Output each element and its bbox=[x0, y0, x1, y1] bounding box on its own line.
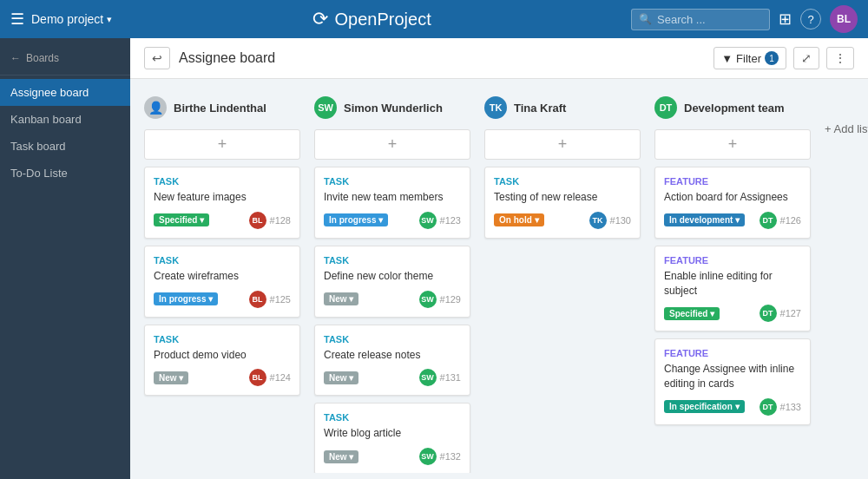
card-title: Write blog article bbox=[324, 426, 461, 441]
card-devteam-2[interactable]: FEATUREChange Assignee with inline editi… bbox=[654, 338, 811, 425]
card-avatar: DT bbox=[760, 305, 777, 322]
status-badge[interactable]: New ▾ bbox=[324, 450, 358, 463]
status-badge[interactable]: In specification ▾ bbox=[664, 400, 745, 413]
card-title: Product demo video bbox=[154, 348, 291, 363]
logo-icon: ⟳ bbox=[312, 8, 328, 30]
column-avatar-devteam: DT bbox=[654, 96, 677, 119]
sidebar-item-todo-list[interactable]: To-Do Liste bbox=[0, 160, 130, 187]
card-footer: New ▾BL#124 bbox=[154, 369, 291, 386]
card-type-label: TASK bbox=[324, 412, 461, 423]
card-meta: SW#123 bbox=[419, 212, 461, 229]
card-avatar: SW bbox=[419, 212, 437, 229]
status-badge[interactable]: New ▾ bbox=[154, 371, 188, 384]
search-icon: 🔍 bbox=[639, 13, 652, 25]
card-title: New feature images bbox=[154, 190, 291, 205]
card-birthe-1[interactable]: TASKCreate wireframesIn progress ▾BL#125 bbox=[144, 246, 300, 318]
card-title: Create release notes bbox=[324, 348, 461, 363]
project-name[interactable]: Demo project ▾ bbox=[31, 12, 112, 26]
add-list-button[interactable]: + Add list bbox=[825, 119, 868, 139]
status-badge[interactable]: In progress ▾ bbox=[154, 292, 218, 305]
card-avatar: SW bbox=[419, 291, 437, 308]
card-simon-2[interactable]: TASKCreate release notesNew ▾SW#131 bbox=[314, 325, 470, 397]
status-badge[interactable]: In progress ▾ bbox=[324, 213, 388, 226]
more-options-button[interactable]: ⋮ bbox=[826, 47, 854, 69]
card-meta: SW#129 bbox=[419, 291, 461, 308]
card-type-label: FEATURE bbox=[664, 176, 801, 187]
card-footer: Specified ▾DT#127 bbox=[664, 305, 801, 322]
card-devteam-1[interactable]: FEATUREEnable inline editing for subject… bbox=[654, 246, 811, 332]
card-meta: DT#126 bbox=[760, 212, 801, 229]
card-simon-3[interactable]: TASKWrite blog articleNew ▾SW#132 bbox=[314, 403, 470, 473]
column-header-tina: TKTina Kraft bbox=[484, 93, 641, 122]
card-simon-1[interactable]: TASKDefine new color themeNew ▾SW#129 bbox=[314, 246, 470, 318]
card-title: Define new color theme bbox=[324, 269, 461, 284]
card-birthe-2[interactable]: TASKProduct demo videoNew ▾BL#124 bbox=[144, 325, 300, 397]
search-box[interactable]: 🔍 bbox=[631, 9, 770, 30]
column-title-tina: Tina Kraft bbox=[514, 102, 566, 115]
sidebar-back-button[interactable]: ← Boards bbox=[0, 45, 130, 71]
column-tina: TKTina Kraft+TASKTesting of new releaseO… bbox=[484, 93, 641, 459]
sidebar-item-assignee-board[interactable]: Assignee board bbox=[0, 79, 130, 106]
card-number: #130 bbox=[610, 215, 631, 226]
add-card-button-tina[interactable]: + bbox=[484, 129, 641, 160]
card-type-label: TASK bbox=[154, 255, 291, 266]
status-badge[interactable]: Specified ▾ bbox=[664, 307, 720, 320]
status-badge[interactable]: New ▾ bbox=[324, 371, 358, 384]
column-simon: SWSimon Wunderlich+TASKInvite new team m… bbox=[314, 93, 470, 459]
card-number: #133 bbox=[780, 402, 801, 412]
status-badge[interactable]: New ▾ bbox=[324, 292, 358, 305]
sidebar-item-label: Assignee board bbox=[10, 86, 89, 99]
add-card-button-devteam[interactable]: + bbox=[654, 129, 811, 160]
card-tina-0[interactable]: TASKTesting of new releaseOn hold ▾TK#13… bbox=[484, 167, 641, 239]
status-badge[interactable]: In development ▾ bbox=[664, 213, 745, 226]
card-avatar: DT bbox=[760, 398, 777, 416]
add-card-button-birthe[interactable]: + bbox=[144, 129, 300, 160]
hamburger-menu-icon[interactable]: ☰ bbox=[10, 10, 24, 29]
card-avatar: BL bbox=[249, 212, 266, 229]
card-footer: Specified ▾BL#128 bbox=[154, 212, 291, 229]
user-avatar[interactable]: BL bbox=[830, 5, 858, 33]
card-type-label: TASK bbox=[154, 176, 291, 187]
board-content: 👤Birthe Lindenthal+TASKNew feature image… bbox=[130, 79, 868, 473]
card-birthe-0[interactable]: TASKNew feature imagesSpecified ▾BL#128 bbox=[144, 167, 300, 239]
card-meta: BL#125 bbox=[249, 291, 291, 308]
card-meta: SW#131 bbox=[419, 369, 461, 386]
card-number: #126 bbox=[780, 215, 801, 226]
sidebar-item-kanban-board[interactable]: Kanban board bbox=[0, 106, 130, 133]
card-number: #124 bbox=[270, 372, 291, 383]
help-icon[interactable]: ? bbox=[800, 9, 821, 30]
add-card-button-simon[interactable]: + bbox=[314, 129, 470, 160]
filter-button[interactable]: ▼ Filter 1 bbox=[713, 47, 786, 69]
card-avatar: BL bbox=[249, 369, 266, 386]
board-back-button[interactable]: ↩ bbox=[144, 47, 170, 69]
column-header-devteam: DTDevelopment team bbox=[654, 93, 811, 122]
card-meta: DT#127 bbox=[760, 305, 801, 322]
column-title-devteam: Development team bbox=[684, 102, 785, 115]
card-type-label: TASK bbox=[324, 176, 461, 187]
card-avatar: DT bbox=[760, 212, 777, 229]
card-footer: In progress ▾SW#123 bbox=[324, 212, 461, 229]
column-birthe: 👤Birthe Lindenthal+TASKNew feature image… bbox=[144, 93, 300, 459]
filter-icon: ▼ bbox=[721, 52, 733, 65]
card-number: #131 bbox=[440, 372, 461, 383]
card-type-label: TASK bbox=[154, 334, 291, 344]
card-avatar: BL bbox=[249, 291, 266, 308]
column-header-birthe: 👤Birthe Lindenthal bbox=[144, 93, 300, 122]
card-devteam-0[interactable]: FEATUREAction board for AssigneesIn deve… bbox=[654, 167, 811, 239]
card-number: #125 bbox=[270, 294, 291, 305]
status-badge[interactable]: Specified ▾ bbox=[154, 213, 209, 226]
sidebar-item-task-board[interactable]: Task board bbox=[0, 133, 130, 160]
main-content: ↩ Assignee board ▼ Filter 1 ⤢ ⋮ 👤Birthe … bbox=[130, 38, 868, 479]
search-input[interactable] bbox=[657, 13, 761, 26]
card-avatar: TK bbox=[589, 212, 607, 229]
sidebar-item-label: Task board bbox=[10, 140, 66, 153]
card-simon-0[interactable]: TASKInvite new team membersIn progress ▾… bbox=[314, 167, 470, 239]
card-meta: BL#124 bbox=[249, 369, 291, 386]
card-meta: SW#132 bbox=[419, 448, 461, 465]
status-badge[interactable]: On hold ▾ bbox=[494, 213, 544, 226]
column-title-simon: Simon Wunderlich bbox=[344, 102, 443, 115]
expand-button[interactable]: ⤢ bbox=[793, 47, 819, 69]
grid-icon[interactable]: ⊞ bbox=[779, 10, 792, 29]
card-footer: In development ▾DT#126 bbox=[664, 212, 801, 229]
sidebar-menu: Assignee boardKanban boardTask boardTo-D… bbox=[0, 79, 130, 187]
